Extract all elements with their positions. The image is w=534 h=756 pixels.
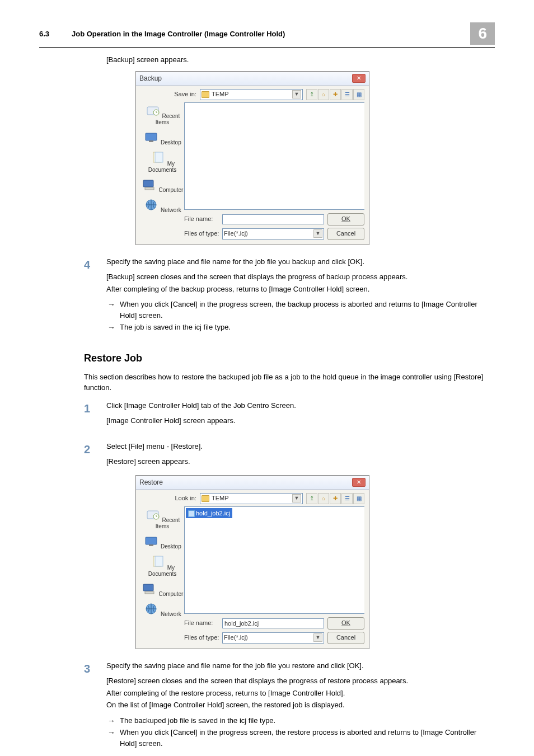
page-header: 6.3 Job Operation in the Image Controlle…	[39, 22, 495, 48]
places-documents[interactable]: My Documents	[148, 151, 177, 173]
svg-rect-2	[146, 133, 157, 140]
cancel-button[interactable]: Cancel	[327, 632, 364, 644]
place-label: Network	[161, 207, 181, 213]
step-1-number: 1	[84, 400, 106, 431]
step-2-lead: Select [File] menu - [Restore].	[106, 441, 495, 452]
file-item-selected[interactable]: hold_job2.icj	[186, 508, 232, 519]
close-button[interactable]: ✕	[352, 478, 366, 487]
step-4-bullet1: When you click [Cancel] in the progress …	[106, 299, 495, 321]
place-label: Desktop	[161, 139, 181, 145]
network-icon	[143, 603, 159, 615]
step-3-line3: On the list of [Image Controller Hold] s…	[106, 699, 495, 711]
up-folder-icon[interactable]: ↥	[306, 89, 317, 100]
desktop-icon	[143, 131, 159, 143]
places-network[interactable]: Network	[143, 603, 181, 617]
svg-rect-11	[146, 537, 157, 544]
step-4-number: 4	[84, 256, 106, 334]
step-3-line1: [Restore] screen closes and the screen t…	[106, 675, 495, 687]
section-number: 6.3	[39, 30, 72, 38]
save-in-combo[interactable]: TEMP ▼	[200, 89, 303, 100]
look-in-combo[interactable]: TEMP ▼	[200, 493, 303, 504]
places-network[interactable]: Network	[143, 199, 181, 213]
folder-icon	[202, 91, 209, 98]
file-name-input[interactable]	[222, 214, 324, 224]
up-folder-icon[interactable]: ↥	[306, 493, 317, 504]
places-computer[interactable]: Computer	[142, 583, 184, 597]
places-desktop[interactable]: Desktop	[143, 131, 181, 145]
svg-rect-15	[143, 584, 153, 591]
chevron-down-icon[interactable]: ▼	[292, 90, 301, 99]
svg-rect-3	[149, 140, 153, 142]
save-in-label: Save in:	[168, 90, 196, 99]
chevron-down-icon[interactable]: ▼	[313, 633, 322, 642]
places-documents[interactable]: My Documents	[148, 555, 177, 577]
file-list-pane[interactable]	[184, 102, 364, 210]
step-4-lead: Specify the saving place and file name f…	[106, 256, 495, 267]
ok-button[interactable]: OK	[327, 213, 364, 226]
file-list-pane[interactable]: hold_job2.icj	[184, 506, 364, 614]
file-name-input[interactable]: hold_job2.icj	[222, 618, 324, 628]
places-desktop[interactable]: Desktop	[143, 535, 181, 550]
file-type-value: File(*.icj)	[224, 229, 248, 238]
step-1-lead: Click [Image Controller Hold] tab of the…	[106, 400, 495, 411]
step-2-number: 2	[84, 441, 106, 472]
step-4-bullet2: The job is saved in the icj file type.	[106, 322, 495, 333]
list-view-icon[interactable]: ☰	[341, 493, 353, 504]
step-3-number: 3	[84, 660, 106, 750]
save-in-value: TEMP	[212, 90, 229, 99]
file-type-combo[interactable]: File(*.icj) ▼	[222, 228, 324, 240]
step-1-sub: [Image Controller Hold] screen appears.	[106, 415, 495, 426]
places-recent[interactable]: Recent Items	[140, 105, 184, 125]
ok-button[interactable]: OK	[327, 617, 364, 630]
detail-view-icon[interactable]: ▦	[353, 493, 364, 504]
restore-job-heading: Restore Job	[84, 351, 495, 366]
backup-dialog-title: Backup	[139, 73, 162, 83]
step-4-line2: After completing of the backup process, …	[106, 284, 495, 295]
home-icon[interactable]: ⌂	[318, 89, 329, 100]
file-type-combo[interactable]: File(*.icj) ▼	[222, 632, 324, 644]
close-button[interactable]: ✕	[352, 74, 366, 83]
file-item-label: hold_job2.icj	[196, 510, 230, 516]
cancel-button[interactable]: Cancel	[327, 228, 364, 240]
desktop-icon	[143, 535, 159, 547]
place-label: Computer	[158, 591, 183, 597]
step-4-line1: [Backup] screen closes and the screen th…	[106, 271, 495, 283]
home-icon[interactable]: ⌂	[318, 493, 329, 504]
list-view-icon[interactable]: ☰	[341, 89, 353, 100]
svg-rect-7	[145, 187, 154, 190]
places-recent[interactable]: Recent Items	[140, 509, 184, 529]
step-3-bullet2: When you click [Cancel] in the progress …	[106, 727, 495, 749]
new-folder-icon[interactable]: ✚	[330, 89, 341, 100]
svg-rect-16	[145, 591, 154, 594]
chevron-down-icon[interactable]: ▼	[292, 494, 301, 503]
recent-items-icon	[145, 105, 161, 117]
restore-dialog: Restore ✕ Look in: TEMP ▼ ↥ ⌂	[135, 475, 369, 649]
step-3-line2: After completing of the restore process,…	[106, 688, 495, 699]
svg-rect-5	[155, 152, 163, 162]
backup-screen-appears-text: [Backup] screen appears.	[106, 54, 495, 65]
step-3-lead: Specify the saving place and file name f…	[106, 660, 495, 672]
documents-icon	[150, 555, 166, 569]
file-icon	[188, 510, 195, 517]
file-type-label: Files of type:	[184, 229, 222, 238]
svg-rect-6	[143, 180, 153, 187]
network-icon	[143, 199, 159, 211]
place-label: Desktop	[161, 543, 181, 550]
chapter-number: 6	[470, 22, 495, 45]
place-label: Network	[161, 611, 181, 617]
backup-dialog: Backup ✕ Save in: TEMP ▼ ↥ ⌂	[135, 71, 369, 245]
places-computer[interactable]: Computer	[142, 179, 184, 193]
step-2-sub: [Restore] screen appears.	[106, 456, 495, 467]
place-label: Computer	[158, 187, 183, 193]
file-name-label: File name:	[184, 618, 222, 628]
look-in-label: Look in:	[168, 494, 196, 503]
computer-icon	[142, 179, 157, 191]
file-name-label: File name:	[184, 214, 222, 224]
computer-icon	[142, 583, 157, 595]
new-folder-icon[interactable]: ✚	[330, 493, 341, 504]
chevron-down-icon[interactable]: ▼	[313, 229, 322, 238]
file-type-label: Files of type:	[184, 633, 222, 642]
section-title: Job Operation in the Image Controller (I…	[72, 30, 470, 38]
detail-view-icon[interactable]: ▦	[353, 89, 364, 100]
folder-icon	[202, 495, 209, 502]
